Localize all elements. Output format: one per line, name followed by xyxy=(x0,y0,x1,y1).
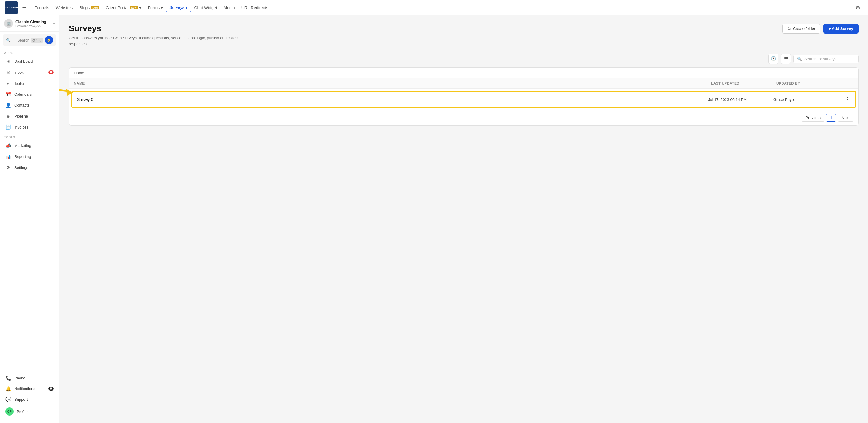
sidebar-item-marketing[interactable]: 📣 Marketing xyxy=(1,141,58,151)
table-header: Name Last Updated Updated By xyxy=(69,79,858,89)
page-title-area: Surveys Get the answers you need with Su… xyxy=(69,24,239,47)
marketing-icon: 📣 xyxy=(5,143,11,148)
page-1-button[interactable]: 1 xyxy=(826,114,836,122)
tasks-icon: ✓ xyxy=(5,81,11,86)
page-header: Surveys Get the answers you need with Su… xyxy=(69,24,859,47)
notifications-icon: 🔔 xyxy=(5,386,11,392)
sidebar-item-pipeline[interactable]: ◈ Pipeline xyxy=(1,111,58,121)
calendars-icon: 📅 xyxy=(5,91,11,97)
nav-client-portal[interactable]: Client Portal New ▾ xyxy=(103,4,145,12)
invoices-icon: 🧾 xyxy=(5,124,11,130)
nav-url-redirects[interactable]: URL Redirects xyxy=(239,4,272,12)
sidebar-item-calendars[interactable]: 📅 Calendars xyxy=(1,89,58,99)
inbox-badge: 0 xyxy=(49,70,54,74)
row-menu-button[interactable]: ⋮ xyxy=(839,96,850,103)
nav-forms[interactable]: Forms ▾ xyxy=(145,4,166,12)
nav-blogs[interactable]: Blogs New xyxy=(76,4,102,12)
sidebar-item-label: Contacts xyxy=(14,103,54,108)
logo-area[interactable]: MARKETSIMPLE ☰ xyxy=(5,1,28,14)
folder-icon: 🗂 xyxy=(787,26,791,31)
nav-links: Funnels Websites Blogs New Client Portal… xyxy=(31,3,851,12)
contacts-icon: 👤 xyxy=(5,102,11,108)
table-row[interactable]: Survey 0 Jul 17, 2023 06:14 PM Grace Puy… xyxy=(71,91,856,108)
col-actions xyxy=(842,81,854,86)
pagination: Previous 1 Next xyxy=(69,110,858,125)
sidebar-item-label: Profile xyxy=(17,409,54,414)
sidebar-item-contacts[interactable]: 👤 Contacts xyxy=(1,100,58,111)
sidebar-item-label: Tasks xyxy=(14,81,54,86)
support-icon: 💬 xyxy=(5,397,11,402)
create-folder-button[interactable]: 🗂 Create folder xyxy=(782,24,820,34)
sidebar-item-dashboard[interactable]: ⊞ Dashboard xyxy=(1,56,58,66)
nav-funnels[interactable]: Funnels xyxy=(31,4,52,12)
main-content: Surveys Get the answers you need with Su… xyxy=(59,16,868,423)
sidebar-item-label: Notifications xyxy=(14,387,45,391)
search-label: Search xyxy=(17,38,29,42)
app-layout: 🏢 Classic Cleaning Broken Arrow, AK ▾ 🔍 … xyxy=(0,16,868,423)
sidebar-item-profile[interactable]: GP Profile xyxy=(1,405,58,418)
sidebar-item-label: Pipeline xyxy=(14,114,54,118)
phone-icon: 📞 xyxy=(5,375,11,381)
survey-name: Survey 0 xyxy=(77,97,708,102)
page-title: Surveys xyxy=(69,24,239,33)
search-icon: 🔍 xyxy=(6,38,16,42)
col-updated-by: Updated By xyxy=(776,81,842,86)
sidebar-bottom: 📞 Phone 🔔 Notifications 9 💬 Support GP P… xyxy=(0,370,59,418)
settings-gear-button[interactable]: ⚙ xyxy=(852,2,863,13)
search-placeholder: Search for surveys xyxy=(804,57,836,61)
previous-button[interactable]: Previous xyxy=(802,114,825,122)
account-selector[interactable]: 🏢 Classic Cleaning Broken Arrow, AK ▾ xyxy=(0,16,59,32)
sidebar-item-invoices[interactable]: 🧾 Invoices xyxy=(1,122,58,132)
search-icon: 🔍 xyxy=(797,57,802,61)
inbox-icon: ✉ xyxy=(5,69,11,75)
app-logo: MARKETSIMPLE xyxy=(5,1,18,14)
search-shortcut: ctrl K xyxy=(31,38,43,43)
sidebar-item-phone[interactable]: 📞 Phone xyxy=(1,373,58,383)
clock-icon: 🕐 xyxy=(771,56,776,61)
nav-websites[interactable]: Websites xyxy=(53,4,75,12)
hamburger-icon[interactable]: ☰ xyxy=(21,3,28,12)
survey-search-box[interactable]: 🔍 Search for surveys xyxy=(793,55,859,63)
blogs-new-badge: New xyxy=(91,6,99,9)
account-avatar: 🏢 xyxy=(4,19,13,28)
sidebar-item-tasks[interactable]: ✓ Tasks xyxy=(1,78,58,88)
profile-avatar: GP xyxy=(5,407,13,416)
sidebar-item-settings[interactable]: ⚙ Settings xyxy=(1,162,58,173)
sidebar-item-support[interactable]: 💬 Support xyxy=(1,394,58,404)
sidebar-search[interactable]: 🔍 Search ctrl K ⚡ xyxy=(3,34,56,46)
list-icon: ☰ xyxy=(784,56,788,61)
nav-surveys[interactable]: Surveys ▾ xyxy=(166,3,190,12)
sidebar-item-label: Support xyxy=(14,397,54,402)
surveys-section: Home Name Last Updated Updated By Survey… xyxy=(69,67,859,126)
account-info: Classic Cleaning Broken Arrow, AK xyxy=(16,20,51,28)
col-name: Name xyxy=(74,81,711,86)
sidebar-item-label: Invoices xyxy=(14,125,54,129)
notifications-badge: 9 xyxy=(49,387,54,391)
nav-chat-widget[interactable]: Chat Widget xyxy=(191,4,220,12)
next-button[interactable]: Next xyxy=(838,114,854,122)
apps-section-label: Apps xyxy=(0,49,59,56)
col-last-updated: Last Updated xyxy=(711,81,776,86)
chevron-down-icon: ▾ xyxy=(53,21,55,26)
top-navigation: MARKETSIMPLE ☰ Funnels Websites Blogs Ne… xyxy=(0,0,868,16)
survey-updated-by: Grace Puyot xyxy=(773,97,839,102)
page-subtitle: Get the answers you need with Surveys. I… xyxy=(69,35,239,47)
sidebar-item-label: Marketing xyxy=(14,143,54,148)
clock-view-button[interactable]: 🕐 xyxy=(768,54,778,64)
sidebar-item-label: Reporting xyxy=(14,154,54,159)
toolbar: 🕐 ☰ 🔍 Search for surveys xyxy=(69,54,859,64)
pipeline-icon: ◈ xyxy=(5,113,11,119)
breadcrumb: Home xyxy=(69,68,858,79)
lightning-icon[interactable]: ⚡ xyxy=(45,36,53,44)
survey-last-updated: Jul 17, 2023 06:14 PM xyxy=(708,97,773,102)
list-view-button[interactable]: ☰ xyxy=(781,54,791,64)
sidebar-item-notifications[interactable]: 🔔 Notifications 9 xyxy=(1,384,58,394)
sidebar-item-reporting[interactable]: 📊 Reporting xyxy=(1,151,58,162)
sidebar-item-inbox[interactable]: ✉ Inbox 0 xyxy=(1,67,58,78)
settings-icon: ⚙ xyxy=(5,165,11,171)
client-portal-new-badge: New xyxy=(130,6,138,9)
nav-media[interactable]: Media xyxy=(221,4,238,12)
tools-section-label: Tools xyxy=(0,133,59,140)
add-survey-button[interactable]: + Add Survey xyxy=(823,24,859,34)
sidebar-item-label: Settings xyxy=(14,165,54,170)
